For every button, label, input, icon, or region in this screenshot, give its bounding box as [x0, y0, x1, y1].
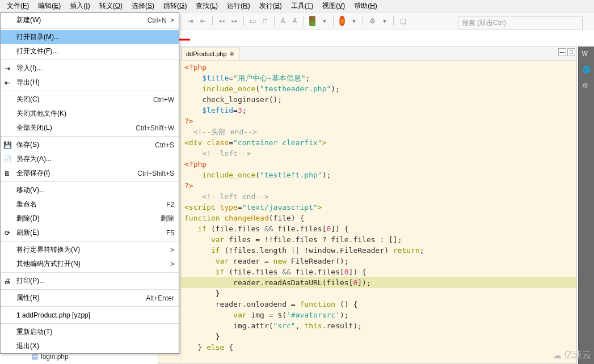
search-input[interactable]: 搜索 (双击Ctrl) — [458, 16, 583, 29]
file-menu-item[interactable]: 移动(V)... — [1, 183, 179, 197]
blank-icon — [3, 214, 12, 223]
menu-separator — [1, 289, 179, 290]
file-menu-item[interactable]: 重新启动(T) — [1, 325, 179, 339]
menubar-item-e[interactable]: 编辑(E) — [33, 0, 65, 12]
maximize-button[interactable]: □ — [567, 48, 575, 56]
menu-item-label: 关闭(C) — [16, 95, 153, 104]
right-panel-globe-icon[interactable]: 🌐 — [582, 66, 591, 75]
menu-item-label: 删除(D) — [16, 214, 161, 223]
menubar-item-s[interactable]: 选择(S) — [127, 0, 159, 12]
menu-item-label: 导出(H) — [16, 78, 174, 87]
toolbar-export-icon[interactable]: ⇤ — [200, 16, 207, 26]
blank-icon — [3, 186, 12, 195]
file-menu-item[interactable]: 将行定界符转换为(V)> — [1, 243, 179, 257]
file-menu-item[interactable]: 打开文件(F)... — [1, 44, 179, 58]
file-menu-item[interactable]: 新建(W)Ctrl+N> — [1, 13, 179, 27]
menu-item-label: 刷新(E) — [16, 228, 166, 238]
menu-separator — [1, 28, 179, 29]
file-menu-item[interactable]: ⇤导出(H) — [1, 75, 179, 90]
menu-separator — [1, 181, 179, 182]
file-menu-item[interactable]: 打开目录(M)... — [1, 30, 179, 44]
file-menu-item[interactable]: 重命名F2 — [1, 197, 179, 211]
file-menu-item[interactable]: 🗎全部保存(I)Ctrl+Shift+S — [1, 166, 179, 180]
toolbar-gear-icon[interactable]: ⚙ — [369, 16, 376, 26]
file-menu-item[interactable]: ⟳刷新(E)F5 — [1, 226, 179, 240]
file-menu-item[interactable]: 全部关闭(L)Ctrl+Shift+W — [1, 121, 179, 135]
menu-separator — [1, 306, 179, 307]
editor-tab-addproduct[interactable]: ddProduct.php ✱ — [181, 48, 239, 60]
file-menu-item[interactable]: 💾保存(S)Ctrl+S — [1, 138, 179, 152]
menubar: 文件(F)编辑(E)插入(I)转义(O)选择(S)跳转(G)查找(L)运行(R)… — [0, 0, 594, 12]
right-panel-tab-icon[interactable]: W — [582, 50, 591, 59]
menubar-item-h[interactable]: 帮助(H) — [349, 0, 382, 12]
menu-item-label: 属性(R) — [16, 293, 146, 303]
toolbar-block-icon[interactable]: ▭ — [249, 16, 256, 26]
menu-item-label: 全部关闭(L) — [16, 123, 136, 133]
toolbar-font-big-icon[interactable]: A — [280, 16, 286, 26]
menu-separator — [1, 241, 179, 242]
toolbar-outdent-icon[interactable]: ↤ — [218, 16, 225, 26]
blank-icon — [3, 109, 12, 118]
toolbar-dropdown-icon[interactable]: ▾ — [351, 16, 357, 26]
toolbar-globe-icon[interactable] — [339, 16, 346, 26]
save-icon: 💾 — [3, 141, 12, 150]
file-menu-dropdown: 新建(W)Ctrl+N>打开目录(M)...打开文件(F)...⇥导入(I)..… — [0, 12, 179, 354]
file-menu-item[interactable]: 📄另存为(A)... — [1, 152, 179, 166]
menu-item-label: 退出(X) — [16, 341, 174, 351]
file-menu-item[interactable]: 1 addProduct.php [yzpp] — [1, 308, 179, 322]
right-panel-gear-icon[interactable]: ⚙ — [582, 82, 591, 91]
blank-icon — [3, 200, 12, 209]
file-menu-item[interactable]: 属性(R)Alt+Enter — [1, 291, 179, 305]
toolbar-separator — [393, 16, 394, 26]
menubar-item-b[interactable]: 发行(B) — [255, 0, 287, 12]
menubar-item-l[interactable]: 查找(L) — [191, 0, 222, 12]
menubar-item-r[interactable]: 运行(R) — [222, 0, 255, 12]
file-menu-item[interactable]: 🖨打印(P)... — [1, 274, 179, 288]
export-icon: ⇤ — [3, 78, 12, 87]
menu-separator — [1, 60, 179, 60]
blank-icon — [3, 328, 12, 337]
menubar-item-o[interactable]: 转义(O) — [95, 0, 127, 12]
menu-item-label: 关闭其他文件(K) — [16, 109, 174, 118]
menubar-item-t[interactable]: 工具(T) — [287, 0, 318, 12]
tab-close-icon[interactable]: ✱ — [229, 50, 234, 58]
blank-icon — [3, 294, 12, 303]
blank-icon — [3, 311, 12, 320]
menu-item-label: 全部保存(I) — [16, 168, 137, 178]
toolbar-dropdown-icon[interactable]: ▾ — [321, 16, 327, 26]
import-icon: ⇥ — [3, 64, 12, 73]
file-menu-item[interactable]: 其他编码方式打开(N)> — [1, 257, 179, 271]
editor-window-controls: — □ — [557, 47, 576, 57]
toolbar-toggle-icon[interactable]: □ — [262, 16, 268, 26]
menu-item-shortcut: 删除 — [161, 214, 174, 223]
toolbar-indent-icon[interactable]: ↦ — [231, 16, 238, 26]
file-menu-item[interactable]: 退出(X) — [1, 339, 179, 353]
file-menu-item[interactable]: 关闭其他文件(K) — [1, 107, 179, 121]
toolbar-separator — [274, 16, 275, 26]
editor-body: 262728 <?php $title="用户中心-基本信息"; include… — [158, 61, 576, 363]
editor-code[interactable]: <?php $title="用户中心-基本信息"; include_once("… — [181, 61, 576, 363]
menu-item-shortcut: Ctrl+N — [148, 16, 167, 24]
toolbar-separator — [363, 16, 363, 26]
menu-item-shortcut: Ctrl+S — [155, 141, 174, 149]
tree-file-label: login.php — [41, 353, 69, 361]
menu-item-label: 另存为(A)... — [16, 154, 174, 164]
save-all-icon: 🗎 — [3, 169, 12, 178]
menubar-item-v[interactable]: 视图(V) — [318, 0, 349, 12]
menu-item-label: 1 addProduct.php [yzpp] — [16, 311, 174, 319]
file-menu-item[interactable]: 关闭(C)Ctrl+W — [1, 92, 179, 107]
toolbar-dropdown-icon[interactable]: ▾ — [382, 16, 388, 26]
menubar-item-f[interactable]: 文件(F) — [2, 0, 33, 12]
menu-separator — [1, 323, 179, 324]
file-menu-item[interactable]: 删除(D)删除 — [1, 211, 179, 226]
menu-item-label: 将行定界符转换为(V) — [16, 245, 167, 255]
toolbar-font-small-icon[interactable]: A — [292, 16, 298, 26]
toolbar-color-icon[interactable] — [309, 16, 315, 26]
toolbar-window-icon[interactable]: ▢ — [399, 16, 407, 26]
toolbar-import-icon[interactable]: ⇥ — [187, 16, 194, 26]
menubar-item-i[interactable]: 插入(I) — [65, 0, 94, 12]
file-menu-item[interactable]: ⇥导入(I)... — [1, 61, 179, 75]
menubar-item-g[interactable]: 跳转(G) — [159, 0, 191, 12]
minimize-button[interactable]: — — [558, 48, 566, 56]
php-file-icon: ▤ — [31, 353, 39, 361]
